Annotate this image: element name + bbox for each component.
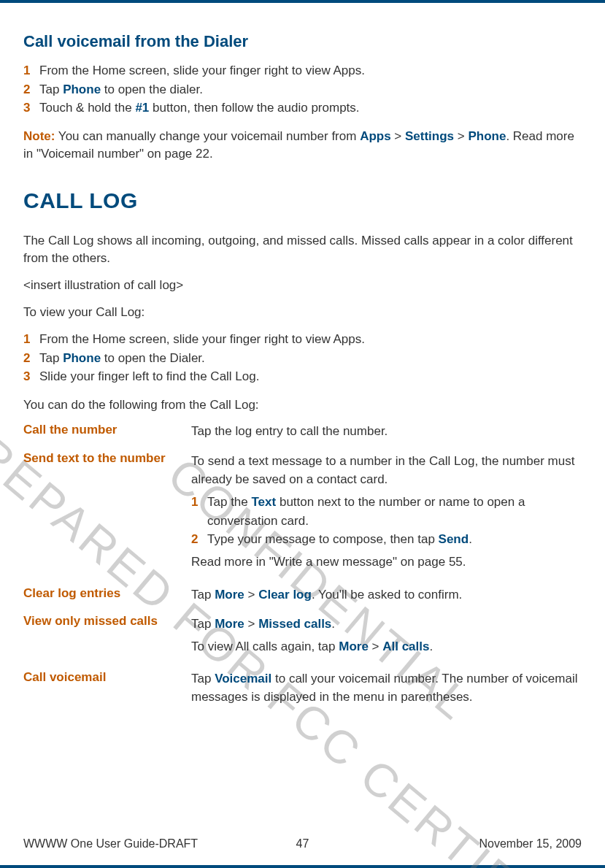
log-steps: 1 From the Home screen, slide your finge… [23, 330, 582, 386]
text-fragment: to open the Dialer. [101, 351, 205, 365]
link-voicemail: Voicemail [215, 672, 271, 685]
text-fragment: Touch & hold the [39, 101, 135, 115]
link-settings: Settings [405, 129, 454, 143]
send-text-more: Read more in "Write a new message" on pa… [191, 553, 582, 572]
step-number: 2 [23, 80, 39, 99]
text-fragment: To view All calls again, tap [191, 640, 339, 653]
step-number: 2 [23, 349, 39, 368]
text-fragment: Tap [39, 351, 63, 365]
text-fragment: > [369, 640, 382, 653]
text-fragment: Tap [191, 672, 215, 685]
text-fragment: Type your message to compose, then tap [207, 532, 439, 546]
send-text-steps: 1 Tap the Text button next to the number… [191, 493, 582, 549]
step-number: 3 [23, 367, 39, 386]
action-label: Call voicemail [23, 670, 191, 706]
action-body: To send a text message to a number in th… [191, 451, 582, 575]
document-page: PREPARED FOR FCC CERTIFICATION CONFIDENT… [0, 0, 605, 868]
action-label: Send text to the number [23, 451, 191, 575]
heading-call-log: CALL LOG [23, 188, 582, 213]
action-label: View only missed calls [23, 614, 191, 660]
action-body: Tap More > Clear log. You'll be asked to… [191, 586, 582, 604]
link-hash1: #1 [135, 101, 149, 115]
note-label: Note: [23, 129, 55, 143]
link-more: More [339, 640, 369, 653]
action-body: Tap Voicemail to call your voicemail num… [191, 670, 582, 706]
step-1: 1 From the Home screen, slide your finge… [23, 61, 582, 80]
send-text-intro: To send a text message to a number in th… [191, 453, 582, 488]
step-3: 3 Touch & hold the #1 button, then follo… [23, 99, 582, 118]
footer-left: WWWW One User Guide-DRAFT [23, 837, 198, 850]
page-content: Call voicemail from the Dialer 1 From th… [23, 32, 582, 707]
step-2: 2 Type your message to compose, then tap… [191, 530, 582, 549]
link-phone: Phone [468, 129, 506, 143]
link-clear-log: Clear log [258, 588, 312, 602]
log-intro: The Call Log shows all incoming, outgoin… [23, 232, 582, 268]
step-number: 1 [23, 330, 39, 349]
step-2: 2 Tap Phone to open the Dialer. [23, 349, 582, 368]
step-number: 1 [23, 61, 39, 80]
dialer-steps: 1 From the Home screen, slide your finge… [23, 61, 582, 118]
text-fragment: Tap [191, 588, 215, 602]
text-fragment: > [454, 129, 468, 143]
step-number: 1 [191, 493, 207, 512]
log-cando: You can do the following from the Call L… [23, 396, 582, 415]
link-missed-calls: Missed calls [258, 617, 331, 631]
step-text: Slide your finger left to find the Call … [39, 367, 582, 386]
actions-table: Call the number Tap the log entry to cal… [23, 423, 582, 706]
action-missed-calls: View only missed calls Tap More > Missed… [23, 614, 582, 660]
text-fragment: to open the dialer. [101, 82, 203, 96]
action-clear-log: Clear log entries Tap More > Clear log. … [23, 586, 582, 604]
step-text: Tap Phone to open the Dialer. [39, 349, 582, 368]
step-text: Tap Phone to open the dialer. [39, 80, 582, 99]
action-call-number: Call the number Tap the log entry to cal… [23, 423, 582, 441]
heading-dialer-voicemail: Call voicemail from the Dialer [23, 32, 582, 51]
text-fragment: Tap [191, 617, 215, 631]
missed-line1: Tap More > Missed calls. [191, 615, 582, 634]
step-text: From the Home screen, slide your finger … [39, 61, 582, 80]
text-fragment: > [244, 617, 258, 631]
step-3: 3 Slide your finger left to find the Cal… [23, 367, 582, 386]
log-placeholder: <insert illustration of call log> [23, 277, 582, 295]
text-fragment: . [331, 617, 335, 631]
step-text: Tap the Text button next to the number o… [207, 493, 582, 530]
footer-page-number: 47 [296, 837, 309, 850]
text-fragment: . [469, 532, 472, 546]
text-fragment: button, then follow the audio prompts. [149, 101, 359, 115]
step-text: Type your message to compose, then tap S… [207, 530, 582, 549]
link-apps: Apps [360, 129, 391, 143]
step-text: From the Home screen, slide your finger … [39, 330, 582, 349]
step-1: 1 Tap the Text button next to the number… [191, 493, 582, 530]
text-fragment: > [244, 588, 258, 602]
text-fragment: Tap [39, 82, 63, 96]
text-fragment: > [391, 129, 405, 143]
action-label: Call the number [23, 423, 191, 441]
action-label: Clear log entries [23, 586, 191, 604]
text-fragment: Tap the [207, 495, 252, 509]
link-text: Text [252, 495, 277, 509]
link-phone: Phone [63, 351, 101, 365]
link-all-calls: All calls [382, 640, 429, 653]
action-body: Tap the log entry to call the number. [191, 423, 582, 441]
step-1: 1 From the Home screen, slide your finge… [23, 330, 582, 349]
footer-right: November 15, 2009 [479, 837, 582, 850]
action-body: Tap More > Missed calls. To view All cal… [191, 614, 582, 660]
step-number: 2 [191, 530, 207, 549]
link-more: More [215, 588, 244, 602]
link-send: Send [439, 532, 469, 546]
text-fragment: . [429, 640, 433, 653]
action-send-text: Send text to the number To send a text m… [23, 451, 582, 575]
step-text: Touch & hold the #1 button, then follow … [39, 99, 582, 118]
step-number: 3 [23, 99, 39, 118]
text-fragment: . You'll be asked to confirm. [312, 588, 462, 602]
link-phone: Phone [63, 82, 101, 96]
note-paragraph: Note: You can manually change your voice… [23, 128, 582, 164]
action-call-voicemail: Call voicemail Tap Voicemail to call you… [23, 670, 582, 706]
missed-line2: To view All calls again, tap More > All … [191, 638, 582, 656]
text-fragment: You can manually change your voicemail n… [55, 129, 360, 143]
link-more: More [215, 617, 244, 631]
page-footer: WWWW One User Guide-DRAFT 47 November 15… [23, 837, 582, 850]
log-toview: To view your Call Log: [23, 304, 582, 322]
step-2: 2 Tap Phone to open the dialer. [23, 80, 582, 99]
